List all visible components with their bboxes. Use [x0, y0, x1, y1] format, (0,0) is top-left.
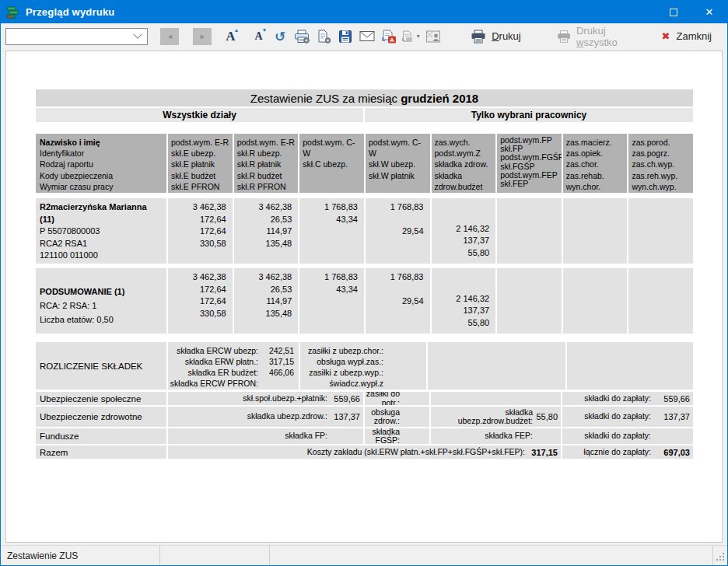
header-line: skł.E budżet	[171, 170, 230, 181]
value-line	[366, 284, 424, 296]
header-line: skł.E PFRON	[171, 181, 230, 192]
social-insurance-row: Ubezpieczenie społeczneskł.społ.ubezp.+p…	[36, 392, 693, 405]
value-line: 3 462,38	[234, 271, 292, 284]
header-line: Kody ubezpieczenia	[40, 170, 164, 181]
window-title: Przegląd wydruku	[26, 6, 114, 18]
settlement-item-label: świadcz.wypł.z budżet.:	[300, 378, 383, 390]
label-line: 0/0 1/2	[40, 262, 163, 264]
header-line: skł.FEP	[500, 180, 559, 188]
label-line	[40, 271, 163, 285]
settlement-line: zasiłki z ubezp.wyp.:	[300, 367, 426, 378]
header-cell: podst.wym. C-Wskł.W ubezp.skł.W płatnik …	[366, 134, 430, 193]
bottom-cell-label: składka FEP:	[431, 431, 533, 441]
value-line: 29,54	[366, 295, 424, 308]
header-line: skł.E ubezp.	[171, 148, 230, 159]
bottom-cell-value: 137,37	[651, 412, 693, 421]
close-preview-button[interactable]: ✖ Zamknij	[653, 26, 721, 47]
value-line	[432, 211, 490, 223]
bottom-cell-value: 317,15	[525, 448, 561, 457]
prev-page-button[interactable]: ◄	[160, 28, 179, 45]
bottom-cell: składka ubezp.zdrow.:137,37	[168, 407, 363, 427]
settlement-group: składka ERCW ubezp:242,51składka ERW pła…	[168, 342, 299, 390]
label-line: R2macierzyńska Marianna (11)	[40, 201, 163, 225]
header-line: podst.wym.FGŚP	[500, 153, 559, 162]
table-header-row: Nazwisko i imięIdentyfikatorRodzaj rapor…	[36, 134, 693, 193]
settlement-line: obsługa wypł.zas.:	[300, 356, 426, 367]
value-line: 29,54	[366, 225, 424, 238]
maximize-button[interactable]	[656, 1, 691, 23]
bottom-cell-label: łącznie do zapłaty:	[562, 448, 651, 457]
refresh-button[interactable]: ↺	[271, 26, 289, 47]
bottom-row-label: Ubezpieczenie zdrowotne	[36, 407, 166, 427]
refresh-icon: ↺	[275, 29, 285, 44]
settlement-item-value: 242,51	[258, 345, 299, 356]
bottom-cell-value	[327, 431, 363, 441]
value-line: 114,97	[234, 225, 292, 238]
value-line: 1 768,83	[366, 271, 424, 284]
bottom-cell-label: skł.społ.ubezp.+płatnik:	[168, 394, 327, 404]
settlement-item-label: składka ERW płatn.:	[168, 356, 258, 367]
value-cell	[628, 268, 693, 334]
settlement-line: składka ER budżet:466,06	[168, 367, 299, 378]
value-line	[432, 281, 490, 293]
header-line	[303, 181, 362, 192]
funds-row: Funduszeskładka FP: składka FGŚP: składk…	[36, 428, 693, 444]
statusbar-panel-3	[270, 546, 712, 565]
report-section-row: Wszystkie działy Tylko wybrani pracownic…	[36, 108, 693, 122]
bottom-cell: składka FEP:	[431, 428, 561, 444]
row-label-cell: R2macierzyńska Marianna (11)P 5507080000…	[36, 198, 166, 264]
bottom-cell-value: 55,80	[533, 412, 561, 421]
print-settings-button[interactable]	[292, 26, 311, 47]
header-line: podst.wym.Z	[435, 148, 494, 159]
export-format-button[interactable]: ▼	[401, 26, 421, 47]
settlement-item-value	[258, 378, 299, 389]
bottom-cell: łącznie do zapłaty:697,03	[562, 445, 693, 459]
header-line: składka	[435, 170, 494, 181]
next-page-button[interactable]: ►	[193, 28, 212, 45]
zoom-out-button[interactable]: A ▼	[249, 26, 268, 47]
close-button[interactable]: ✕	[691, 1, 727, 23]
value-line: 3 462,38	[234, 201, 292, 214]
value-line: 2 146,32	[432, 223, 490, 236]
page-selector-combobox[interactable]	[5, 28, 148, 45]
bottom-cell-label: składka FGŚP:	[365, 428, 400, 444]
settlement-line: zasiłki z ubezp.chor.:	[300, 345, 426, 356]
total-row: RazemKoszty zakładu (skł.ERW płatn.+skł.…	[36, 445, 693, 459]
value-line: 55,80	[432, 317, 490, 330]
print-all-button[interactable]: Drukuj wszystko	[548, 26, 653, 47]
label-line: Liczba etatów: 0,50	[40, 313, 163, 327]
combobox-dropdown-icon[interactable]	[134, 30, 142, 38]
value-cell	[563, 198, 628, 264]
bottom-cell-value: 559,66	[327, 394, 363, 404]
settlement-item-label: składka ERCW ubezp:	[168, 345, 258, 356]
bottom-cell-value	[400, 394, 429, 404]
email-button[interactable]	[358, 26, 376, 47]
bottom-cell: składka ubezp.zdrow.budżet:55,80	[431, 407, 561, 427]
header-line: skł.W płatnik	[369, 170, 428, 181]
save-icon	[338, 30, 352, 44]
header-line: Wymiar czasu pracy	[40, 181, 164, 192]
value-cell: 3 462,38172,64172,64330,58	[168, 198, 233, 264]
export-pdf-button[interactable]: A	[380, 26, 398, 47]
export-dropdown-icon[interactable]: ▼	[415, 33, 421, 39]
bottom-cell: zasiłki do potr.:	[365, 392, 429, 405]
statusbar-report-name: Zestawienie ZUS	[1, 546, 159, 565]
value-cell: 1 768,83 29,54	[366, 268, 430, 334]
header-line: skł.R ubezp.	[237, 148, 296, 159]
statusbar-panel-2	[160, 546, 269, 565]
report-title: Zestawienie ZUS za miesiąc grudzień 2018	[250, 92, 478, 105]
save-button[interactable]	[336, 26, 355, 47]
export-image-button[interactable]	[424, 26, 443, 47]
value-line: 330,58	[168, 308, 226, 320]
value-line: 3 462,38	[168, 271, 226, 284]
envelope-icon	[359, 30, 375, 42]
header-cell: podst.wym. E-Rskł.E ubezp.skł.E płatniks…	[168, 134, 233, 193]
value-line: 1 768,83	[299, 271, 358, 284]
resize-grip[interactable]	[713, 550, 726, 562]
page-setup-button[interactable]	[314, 26, 333, 47]
bottom-cell-value	[651, 431, 693, 441]
bottom-cell: Koszty zakładu (skł.ERW płatn.+skł.FP+sk…	[168, 445, 561, 459]
label-line: P 55070800003	[40, 225, 163, 238]
zoom-in-button[interactable]: A ▲	[221, 26, 240, 47]
print-button[interactable]: Drukuj	[461, 26, 530, 47]
